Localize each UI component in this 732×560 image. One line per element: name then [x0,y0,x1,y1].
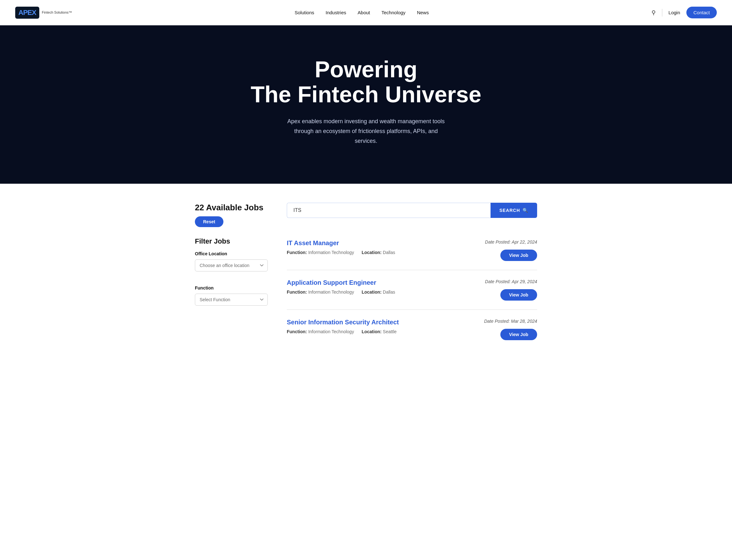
logo-box: APEX [15,7,39,19]
table-row: Senior Information Security Architect Fu… [287,310,537,349]
job-date: Date Posted: Apr 29, 2024 [485,279,537,284]
view-job-button[interactable]: View Job [500,329,537,340]
search-magnifier-icon: 🔍 [523,208,528,213]
table-row: Application Support Engineer Function: I… [287,270,537,310]
job-meta: Function: Information Technology Locatio… [287,290,479,295]
login-link[interactable]: Login [669,10,680,15]
job-info: IT Asset Manager Function: Information T… [287,239,479,261]
search-input[interactable] [287,203,491,218]
view-job-button[interactable]: View Job [500,250,537,261]
nav-link-industries[interactable]: Industries [325,10,346,15]
jobs-sidebar: 22 Available Jobs Reset Filter Jobs Offi… [195,203,268,349]
job-info: Application Support Engineer Function: I… [287,279,479,301]
nav-divider [662,9,662,16]
jobs-main: SEARCH 🔍 IT Asset Manager Function: Info… [287,203,537,349]
nav-right: ⚲ Login Contact [652,7,717,18]
job-date: Date Posted: Mar 28, 2024 [484,319,537,324]
nav-link-solutions[interactable]: Solutions [295,10,314,15]
jobs-count: 22 Available Jobs [195,203,268,213]
job-date: Date Posted: Apr 22, 2024 [485,239,537,245]
job-title-link[interactable]: Senior Information Security Architect [287,319,478,326]
hero-line1: Powering [315,57,417,82]
nav-link-technology[interactable]: Technology [382,10,406,15]
function-label: Function [195,285,268,290]
filter-title: Filter Jobs [195,237,268,245]
job-title-link[interactable]: Application Support Engineer [287,279,479,286]
logo-text-main: APEX [18,9,36,16]
job-function: Function: Information Technology [287,250,354,255]
search-button[interactable]: SEARCH 🔍 [491,203,537,218]
hero-heading: Powering The Fintech Universe [13,57,719,107]
hero-line2: The Fintech Universe [251,82,481,107]
jobs-section: 22 Available Jobs Reset Filter Jobs Offi… [182,184,550,368]
nav-links: Solutions Industries About Technology Ne… [295,10,429,15]
job-location: Location: Dallas [361,290,395,295]
logo-sub: Fintech Solutions™ [42,10,72,15]
job-info: Senior Information Security Architect Fu… [287,319,478,340]
view-job-button[interactable]: View Job [500,289,537,301]
hero-description: Apex enables modern investing and wealth… [287,117,445,146]
nav-link-about[interactable]: About [358,10,370,15]
job-right: Date Posted: Apr 29, 2024 View Job [485,279,537,301]
job-listings: IT Asset Manager Function: Information T… [287,231,537,349]
job-meta: Function: Information Technology Locatio… [287,329,478,334]
job-right: Date Posted: Apr 22, 2024 View Job [485,239,537,261]
job-right: Date Posted: Mar 28, 2024 View Job [484,319,537,340]
hero-section: Powering The Fintech Universe Apex enabl… [0,25,732,184]
logo-link[interactable]: APEX Fintech Solutions™ [15,7,72,19]
job-function: Function: Information Technology [287,290,354,295]
job-function: Function: Information Technology [287,329,354,334]
job-location: Location: Dallas [361,250,395,255]
table-row: IT Asset Manager Function: Information T… [287,231,537,270]
function-filter: Function Select Function [195,285,268,313]
reset-button[interactable]: Reset [195,216,223,227]
office-location-filter: Office Location Choose an office locatio… [195,251,268,279]
nav-link-news[interactable]: News [417,10,429,15]
office-location-label: Office Location [195,251,268,256]
navbar: APEX Fintech Solutions™ Solutions Indust… [0,0,732,25]
search-bar: SEARCH 🔍 [287,203,537,218]
search-button-label: SEARCH [500,208,520,213]
job-location: Location: Seattle [361,329,397,334]
search-icon[interactable]: ⚲ [652,9,656,16]
job-title-link[interactable]: IT Asset Manager [287,239,479,247]
job-meta: Function: Information Technology Locatio… [287,250,479,255]
contact-button[interactable]: Contact [686,7,717,18]
office-location-select[interactable]: Choose an office location [195,259,268,271]
function-select[interactable]: Select Function [195,294,268,306]
